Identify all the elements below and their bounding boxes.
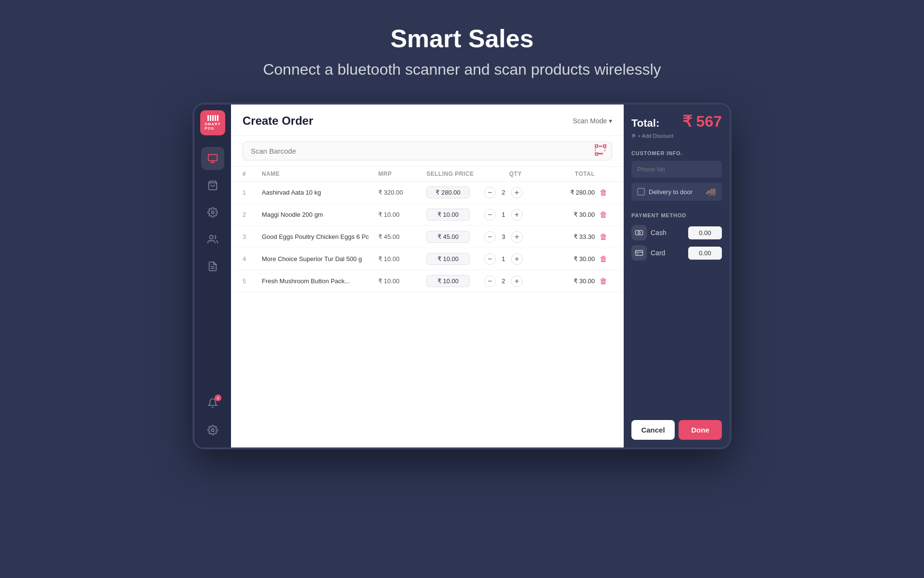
col-num: # [243, 171, 262, 177]
qty-control: − 1 + [484, 253, 547, 265]
qty-increase-button[interactable]: + [511, 187, 523, 198]
qty-decrease-button[interactable]: − [484, 209, 496, 221]
sidebar-item-customers[interactable] [201, 228, 224, 251]
card-amount-input[interactable] [688, 247, 722, 260]
qty-increase-button[interactable]: + [511, 253, 523, 265]
qty-decrease-button[interactable]: − [484, 276, 496, 287]
qty-value: 1 [499, 211, 508, 218]
row-name: Maggi Noodle 200 gm [262, 211, 378, 218]
row-selling: ₹ 10.00 [426, 253, 484, 265]
col-name: Name [262, 171, 378, 177]
delivery-truck-icon: 🚚 [706, 186, 716, 197]
right-panel: Total: ₹ 567 ⊕ + Add Discount CUSTOMER I… [624, 105, 730, 447]
table-row: 3 Good Eggs Poultry Chicken Eggs 6 Pc ₹ … [231, 226, 624, 248]
delivery-checkbox[interactable] [637, 188, 645, 196]
phone-input[interactable] [631, 161, 722, 178]
svg-rect-28 [636, 250, 643, 256]
row-mrp: ₹ 10.00 [378, 255, 426, 263]
row-total: ₹ 30.00 [547, 255, 595, 263]
cash-payment-row: Cash [631, 225, 722, 240]
sidebar-item-settings[interactable] [201, 201, 224, 224]
svg-rect-7 [595, 144, 598, 147]
qty-control: − 1 + [484, 209, 547, 221]
delivery-row: Delivery to door 🚚 [631, 183, 722, 201]
selling-price-box[interactable]: ₹ 10.00 [426, 253, 470, 265]
qty-decrease-button[interactable]: − [484, 187, 496, 198]
cash-amount-input[interactable] [688, 226, 722, 239]
row-mrp: ₹ 10.00 [378, 277, 426, 285]
page-subtitle: Connect a bluetooth scanner and scan pro… [263, 61, 661, 79]
qty-control: − 2 + [484, 187, 547, 198]
sidebar-item-pos[interactable] [201, 147, 224, 170]
svg-point-6 [211, 429, 214, 432]
row-total: ₹ 33.30 [547, 233, 595, 240]
selling-price-box[interactable]: ₹ 45.00 [426, 231, 470, 243]
col-mrp: MRP [378, 171, 426, 177]
row-selling: ₹ 45.00 [426, 231, 484, 243]
row-name: Good Eggs Poultry Chicken Eggs 6 Pc [262, 233, 378, 240]
row-selling: ₹ 280.00 [426, 186, 484, 198]
payment-method-label: PAYMENT METHOD [631, 212, 722, 218]
row-name: More Choice Superior Tur Dal 500 g [262, 255, 378, 263]
qty-increase-button[interactable]: + [511, 276, 523, 287]
sidebar-item-reports[interactable] [201, 255, 224, 278]
order-header: Create Order Scan Mode ▾ [231, 105, 624, 136]
payment-method-section: Cash Card [631, 225, 722, 265]
scan-barcode-container [231, 136, 624, 167]
col-selling-price: Selling Price [426, 171, 484, 177]
sidebar-item-app-settings[interactable] [201, 419, 224, 442]
qty-increase-button[interactable]: + [511, 231, 523, 243]
selling-price-box[interactable]: ₹ 10.00 [426, 275, 470, 287]
page-title: Smart Sales [390, 24, 534, 53]
delivery-label: Delivery to door [649, 188, 693, 196]
row-num: 1 [243, 189, 262, 196]
qty-decrease-button[interactable]: − [484, 253, 496, 265]
cash-label: Cash [651, 229, 667, 236]
row-name: Fresh Mushroom Button Pack... [262, 277, 378, 285]
notification-badge: 1 [215, 394, 221, 401]
sidebar-item-notifications[interactable]: 1 [201, 392, 224, 415]
selling-price-box[interactable]: ₹ 10.00 [426, 209, 470, 221]
customer-info-label: CUSTOMER INFO. [631, 150, 722, 156]
row-total: ₹ 30.00 [547, 277, 595, 285]
delete-row-button[interactable]: 🗑 [595, 210, 612, 219]
add-discount-button[interactable]: ⊕ + Add Discount [631, 132, 722, 139]
row-num: 4 [243, 255, 262, 263]
delivery-left: Delivery to door [637, 188, 693, 196]
svg-point-3 [210, 236, 213, 239]
done-button[interactable]: Done [679, 420, 722, 440]
qty-decrease-button[interactable]: − [484, 231, 496, 243]
sidebar-item-products[interactable] [201, 174, 224, 197]
card-label: Card [651, 249, 665, 257]
delete-row-button[interactable]: 🗑 [595, 188, 612, 197]
qty-value: 2 [499, 189, 508, 196]
pos-logo: SMARTPOS [200, 110, 225, 135]
delete-row-button[interactable]: 🗑 [595, 277, 612, 286]
qty-value: 1 [499, 255, 508, 263]
scan-barcode-input[interactable] [243, 142, 612, 160]
sidebar: SMARTPOS [194, 105, 231, 447]
selling-price-box[interactable]: ₹ 280.00 [426, 186, 470, 198]
row-name: Aashirvad Aata 10 kg [262, 189, 378, 196]
logo-text: SMARTPOS [205, 122, 220, 131]
delete-row-button[interactable]: 🗑 [595, 255, 612, 263]
order-panel: Create Order Scan Mode ▾ [231, 105, 624, 447]
tablet-frame: SMARTPOS [192, 103, 732, 449]
scan-mode-button[interactable]: Scan Mode ▾ [573, 117, 612, 125]
delete-row-button[interactable]: 🗑 [595, 233, 612, 241]
svg-rect-26 [636, 231, 643, 235]
row-mrp: ₹ 320.00 [378, 189, 426, 196]
card-payment-left: Card [631, 245, 665, 261]
cancel-button[interactable]: Cancel [631, 420, 675, 440]
qty-control: − 2 + [484, 276, 547, 287]
qty-value: 3 [499, 233, 508, 240]
table-header: # Name MRP Selling Price Qty Total [231, 167, 624, 182]
order-title: Create Order [243, 114, 313, 128]
qty-value: 2 [499, 277, 508, 285]
qty-increase-button[interactable]: + [511, 209, 523, 221]
col-total: Total [547, 171, 595, 177]
table-row: 2 Maggi Noodle 200 gm ₹ 10.00 ₹ 10.00 − … [231, 204, 624, 226]
row-total: ₹ 280.00 [547, 189, 595, 196]
table-row: 5 Fresh Mushroom Button Pack... ₹ 10.00 … [231, 270, 624, 292]
cash-icon [631, 225, 647, 240]
